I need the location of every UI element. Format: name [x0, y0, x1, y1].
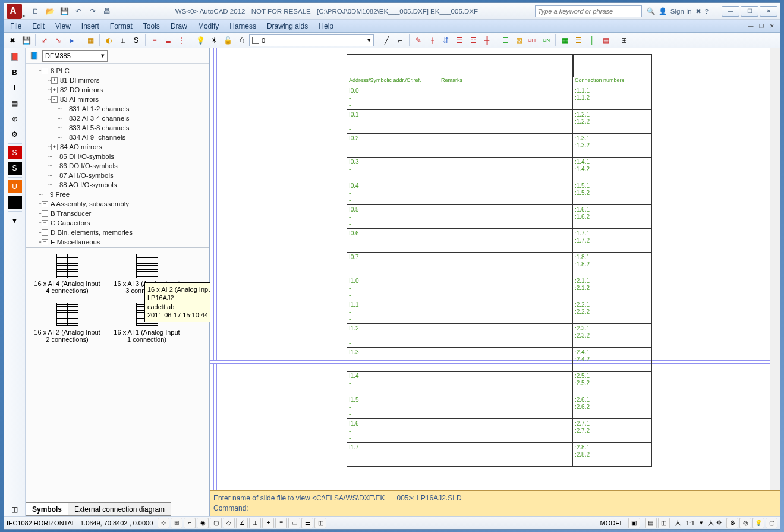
vtool-filter-icon[interactable]: ▼ — [8, 214, 22, 227]
vtool-book-icon[interactable]: 📕 — [8, 51, 22, 64]
tree-item[interactable]: ⋯ 88 AO I/O-symbols — [26, 180, 209, 190]
tool-pencil-icon[interactable]: ✎ — [413, 34, 424, 46]
library-select[interactable]: DEM385▾ — [42, 50, 108, 62]
tool-red1-icon[interactable]: ⇵ — [440, 34, 452, 46]
menu-view[interactable]: View — [55, 22, 71, 30]
tool-grid-icon[interactable]: ▦ — [559, 34, 571, 46]
qat-new-icon[interactable]: 🗋 — [30, 6, 41, 17]
vtool-gear-icon[interactable]: ⚙ — [8, 128, 22, 141]
tree-item[interactable]: ⋯ 87 AI I/O-symbols — [26, 171, 209, 180]
tree-item[interactable]: ⋯ 834 AI 9- channels — [26, 133, 209, 142]
qat-print-icon[interactable]: 🖶 — [102, 6, 112, 17]
tree-item[interactable]: ⋯+ E Miscellaneous — [26, 237, 209, 247]
help-search-input[interactable] — [535, 5, 642, 17]
vertical-scrollbar[interactable] — [770, 48, 780, 490]
preview-item[interactable]: 16 x AI 4 (Analog Input4 connections) — [32, 254, 103, 294]
status-qvlayouts-icon[interactable]: ◫ — [658, 518, 670, 528]
layer-dropdown[interactable]: 0▾ — [249, 34, 374, 46]
tool-save-icon[interactable]: 💾 — [20, 34, 32, 46]
exchange-icon[interactable]: ✖ — [695, 7, 701, 15]
menu-modify[interactable]: Modify — [198, 22, 219, 30]
status-settings-icon[interactable]: ⚙ — [726, 518, 738, 528]
command-line[interactable]: Enter name of slide file to view <C:\ELS… — [210, 490, 780, 516]
menu-help[interactable]: Help — [319, 22, 333, 30]
symbol-tree[interactable]: ⋯- 8 PLC⋯+ 81 DI mirrors⋯+ 82 DO mirrors… — [26, 64, 209, 248]
tree-item[interactable]: ⋯+ 84 AO mirrors — [26, 142, 209, 152]
grid-toggle[interactable]: ⊞ — [171, 518, 182, 528]
tree-toggle-icon[interactable]: + — [51, 77, 58, 84]
tool-print2-icon[interactable]: ⎙ — [235, 34, 247, 46]
close-button[interactable]: ✕ — [760, 6, 777, 17]
tool-lock-icon[interactable]: 🔓 — [222, 34, 234, 46]
tree-item[interactable]: ⋯- 83 AI mirrors — [26, 95, 209, 104]
tree-item[interactable]: ⋯ 831 AI 1-2 channels — [26, 104, 209, 114]
tree-item[interactable]: ⋯ 832 AI 3-4 channels — [26, 114, 209, 123]
snap-toggle[interactable]: ⊹ — [158, 518, 169, 528]
tool-s-icon[interactable]: S — [130, 34, 142, 46]
tpy-toggle[interactable]: ▭ — [288, 518, 300, 528]
vtool-bold-icon[interactable]: B — [8, 66, 22, 79]
menu-drawing-aids[interactable]: Drawing aids — [267, 22, 308, 30]
tree-item[interactable]: ⋯ 85 DI I/O-symbols — [26, 152, 209, 161]
maximize-button[interactable]: ☐ — [741, 6, 758, 17]
mdi-restore-button[interactable]: ❐ — [756, 21, 767, 31]
tool-wire-icon[interactable]: ║ — [586, 34, 598, 46]
tool-sun-icon[interactable]: ☀ — [208, 34, 220, 46]
tool-red4-icon[interactable]: ╫ — [481, 34, 493, 46]
tool-b-icon[interactable]: ⤡ — [52, 34, 64, 46]
tree-toggle-icon[interactable]: + — [51, 144, 58, 150]
vtool-orange-icon[interactable]: U — [8, 180, 22, 193]
vtool-cross-icon[interactable]: ⊕ — [8, 112, 22, 125]
menu-file[interactable]: File — [10, 22, 21, 30]
polar-toggle[interactable]: ◉ — [197, 518, 209, 528]
3dosnap-toggle[interactable]: ◇ — [223, 518, 235, 528]
tool-line-icon[interactable]: ╱ — [380, 34, 392, 46]
status-layout-icon[interactable]: ▣ — [628, 518, 640, 528]
status-qv-icon[interactable]: ▤ — [645, 518, 657, 528]
tool-on-icon[interactable]: ON — [540, 34, 552, 46]
tab-symbols[interactable]: Symbols — [26, 502, 68, 516]
lwt-toggle[interactable]: ≡ — [275, 518, 287, 528]
otrack-toggle[interactable]: ∠ — [236, 518, 248, 528]
status-locate-icon[interactable]: ◎ — [739, 518, 751, 528]
vtool-black-icon[interactable]: S — [8, 162, 22, 175]
tree-item[interactable]: ⋯+ 81 DI mirrors — [26, 75, 209, 85]
tree-item[interactable]: ⋯ 86 DO I/O-symbols — [26, 161, 209, 171]
signin-link[interactable]: Sign In — [670, 8, 692, 15]
tool-lines2-icon[interactable]: ≣ — [162, 34, 174, 46]
dyn-toggle[interactable]: + — [262, 518, 274, 528]
help-icon[interactable]: ? — [705, 8, 709, 15]
lib-icon[interactable]: 📘 — [28, 50, 40, 62]
ortho-toggle[interactable]: ⌐ — [184, 518, 196, 528]
search-icon[interactable]: 🔍 — [647, 7, 655, 15]
tree-toggle-icon[interactable]: - — [42, 68, 48, 74]
vtool-page-icon[interactable]: ▤ — [8, 97, 22, 110]
tree-toggle-icon[interactable]: + — [42, 239, 48, 245]
menu-tools[interactable]: Tools — [143, 22, 160, 30]
status-iso-icon[interactable]: 💡 — [752, 518, 764, 528]
tool-net-icon[interactable]: ▤ — [600, 34, 612, 46]
tool-perp-icon[interactable]: ⟂ — [117, 34, 128, 46]
tool-c-icon[interactable]: ▸ — [66, 34, 78, 46]
tool-red3-icon[interactable]: ☲ — [467, 34, 479, 46]
osnap-toggle[interactable]: ▢ — [210, 518, 222, 528]
tool-bulb2-icon[interactable]: 💡 — [194, 34, 206, 46]
tool-panel-icon[interactable]: ⊞ — [618, 34, 630, 46]
qat-redo-icon[interactable]: ↷ — [87, 6, 98, 17]
tool-cancel-icon[interactable]: ✖ — [7, 34, 18, 46]
status-model[interactable]: MODEL — [600, 520, 624, 527]
tree-toggle-icon[interactable]: - — [51, 96, 58, 103]
menu-insert[interactable]: Insert — [81, 22, 99, 30]
tree-item[interactable]: ⋯ 833 AI 5-8 channels — [26, 123, 209, 133]
drawing-viewport[interactable]: Address/Symbolic addr./Cr.ref.RemarksCon… — [210, 48, 780, 490]
tree-item[interactable]: ⋯+ C Capacitors — [26, 218, 209, 228]
tab-external[interactable]: External connection diagram — [68, 502, 171, 516]
vtool-bottom-icon[interactable]: ◫ — [8, 503, 22, 516]
menu-edit[interactable]: Edit — [32, 22, 45, 30]
tree-toggle-icon[interactable]: + — [51, 87, 58, 93]
qat-undo-icon[interactable]: ↶ — [73, 6, 84, 17]
qat-open-icon[interactable]: 📂 — [45, 6, 55, 17]
tool-a-icon[interactable]: ⤢ — [39, 34, 51, 46]
tree-toggle-icon[interactable]: + — [42, 229, 48, 236]
qp-toggle[interactable]: ☰ — [301, 518, 313, 528]
